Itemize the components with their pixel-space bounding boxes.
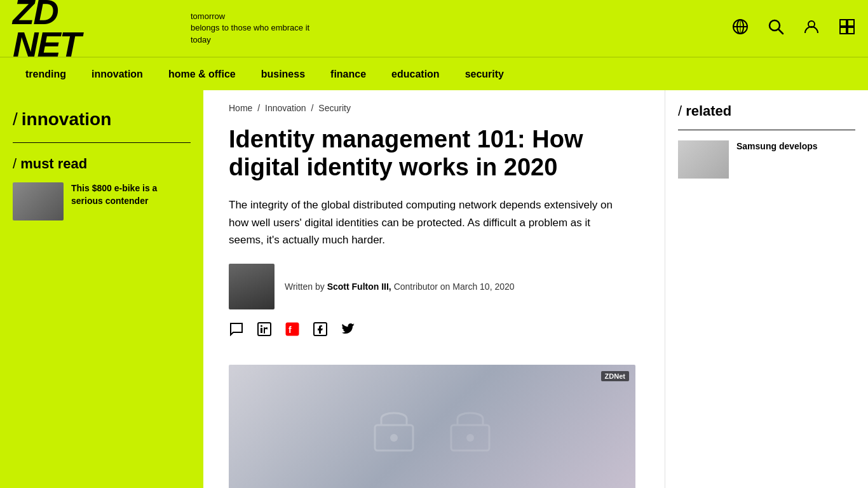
svg-rect-8 [848, 20, 854, 26]
nav-item-education[interactable]: education [379, 58, 452, 91]
site-header: ZD NET tomorrow belongs to those who emb… [0, 0, 868, 57]
breadcrumb-sep1: / [257, 103, 262, 113]
sidebar-divider [13, 142, 191, 143]
svg-rect-14 [286, 323, 299, 336]
author-row: Written by Scott Fulton III, Contributor… [229, 264, 639, 309]
related-article-title: Samsung develops [736, 140, 818, 179]
article-image: ZDNet [229, 365, 635, 488]
related-article-image [678, 140, 729, 179]
related-heading: /related [678, 103, 855, 119]
article-image-overlay [229, 365, 635, 488]
must-read-heading: /must read [13, 156, 191, 172]
svg-rect-10 [848, 27, 854, 34]
logo-net: NET [13, 29, 140, 60]
left-sidebar: /innovation /must read This $800 e-bike … [0, 90, 203, 488]
svg-rect-12 [261, 328, 262, 333]
svg-text:f: f [288, 325, 292, 335]
breadcrumb-sep2: / [311, 103, 316, 113]
breadcrumb-innovation[interactable]: Innovation [265, 103, 306, 113]
related-divider [678, 130, 855, 130]
facebook-icon[interactable] [313, 322, 328, 339]
sidebar-article-image [13, 182, 64, 220]
svg-point-18 [390, 434, 398, 442]
author-avatar [229, 264, 275, 309]
nav-item-trending[interactable]: trending [13, 58, 79, 91]
date-prefix: on [440, 281, 451, 292]
sidebar-article[interactable]: This $800 e-bike is a serious contender [13, 182, 191, 220]
twitter-icon[interactable] [341, 322, 356, 339]
nav-item-innovation[interactable]: innovation [79, 58, 156, 91]
svg-point-13 [261, 325, 262, 327]
header-icons [732, 18, 855, 39]
comment-icon[interactable] [229, 322, 244, 339]
main-nav: trending innovation home & office busine… [0, 57, 868, 90]
site-tagline: tomorrow belongs to those who embrace it… [191, 11, 309, 46]
article-date: March 10, 2020 [452, 281, 514, 292]
social-bar: f [229, 322, 639, 349]
article-summary: The integrity of the global distributed … [229, 196, 623, 248]
sidebar-section-title: /innovation [13, 109, 191, 130]
breadcrumb: Home / Innovation / Security [229, 103, 639, 113]
search-icon[interactable] [768, 18, 784, 39]
content-wrapper: /innovation /must read This $800 e-bike … [0, 90, 868, 488]
svg-line-5 [778, 29, 783, 34]
nav-item-home-office[interactable]: home & office [156, 58, 248, 91]
written-by-label: Written by [285, 281, 325, 292]
nav-item-finance[interactable]: finance [318, 58, 379, 91]
nav-item-business[interactable]: business [248, 58, 318, 91]
svg-rect-7 [840, 20, 846, 26]
flipboard-icon[interactable]: f [285, 322, 300, 339]
nav-item-security[interactable]: security [452, 58, 517, 91]
grid-icon[interactable] [839, 18, 855, 39]
breadcrumb-security: Security [318, 103, 351, 113]
svg-point-20 [466, 434, 474, 442]
author-info: Written by Scott Fulton III, Contributor… [285, 281, 515, 292]
article-title: Identity management 101: How digital ide… [229, 126, 639, 181]
breadcrumb-home[interactable]: Home [229, 103, 252, 113]
sidebar-article-title: This $800 e-bike is a serious contender [71, 182, 191, 220]
main-content: Home / Innovation / Security Identity ma… [203, 90, 665, 488]
linkedin-icon[interactable] [257, 322, 272, 339]
related-sidebar: /related Samsung develops [665, 90, 868, 488]
author-name[interactable]: Scott Fulton III, [327, 281, 391, 292]
globe-icon[interactable] [732, 18, 749, 39]
svg-rect-9 [840, 27, 846, 34]
user-icon[interactable] [803, 18, 820, 39]
site-logo[interactable]: ZD NET [13, 0, 140, 60]
related-article[interactable]: Samsung develops [678, 140, 855, 179]
author-role: Contributor [394, 281, 438, 292]
